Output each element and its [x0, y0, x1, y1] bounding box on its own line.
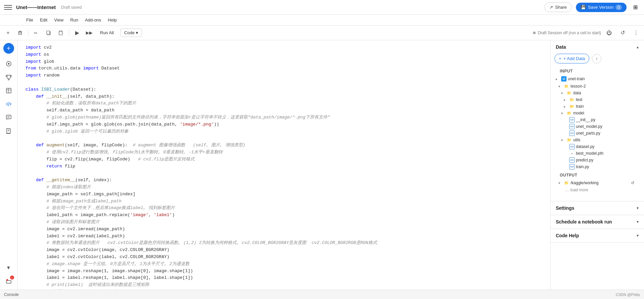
toolbar-divider-2	[69, 30, 69, 36]
menu-addons[interactable]: Add-ons	[82, 16, 104, 24]
tree-test-item[interactable]: ▸ 📁 test	[556, 96, 639, 103]
menu-file[interactable]: File	[23, 16, 37, 24]
add-data-button[interactable]: + + Add Data	[554, 54, 589, 63]
tree-data-item[interactable]: ▾ 📁 data	[556, 90, 639, 96]
tree-model-folder-icon: 📁	[567, 110, 572, 116]
tree-unet-parts-label: unet_parts.py	[576, 131, 600, 136]
more-options-button[interactable]: ⋮	[631, 28, 641, 38]
upload-button[interactable]: ↑	[592, 54, 601, 63]
refresh-button[interactable]: ↺	[617, 28, 628, 38]
cut-button[interactable]: ✂	[31, 28, 42, 38]
tree-predict-label: predict.py	[576, 158, 593, 162]
input-section-label: Input	[554, 66, 640, 75]
tree-train-py-icon: <>	[569, 164, 575, 169]
code-help-section-header[interactable]: Code Help ▾	[550, 229, 644, 242]
add-section-button[interactable]: +	[3, 43, 14, 54]
tree-model-arrow: ▾	[561, 111, 565, 115]
menu-edit[interactable]: Edit	[37, 16, 51, 24]
share-button[interactable]: ↗ Share	[544, 2, 572, 12]
bottom-bar: Console CSDN @Philip	[0, 290, 644, 299]
svg-rect-14	[6, 88, 11, 93]
data-section-chevron: ▴	[637, 45, 639, 49]
tree-unet-parts-item[interactable]: ▸ <> unet_parts.py	[556, 130, 639, 137]
tree-predict-item[interactable]: ▸ <> predict.py	[556, 157, 639, 163]
tree-test-arrow: ▸	[564, 98, 568, 102]
svg-rect-1	[19, 31, 21, 31]
sidebar-nav-icon[interactable]	[3, 58, 15, 70]
share-icon: ↗	[549, 5, 553, 10]
hamburger-menu[interactable]	[4, 3, 12, 11]
sidebar-comment-icon[interactable]	[3, 111, 15, 123]
tree-root-item[interactable]: ▸ U unet-train	[556, 75, 639, 83]
tree-init-item[interactable]: ▸ <> __init__.py	[556, 116, 639, 123]
paste-button[interactable]	[55, 28, 66, 38]
settings-section-title: Settings	[556, 205, 574, 211]
sidebar-expand-icon[interactable]: ▾	[3, 261, 15, 273]
code-help-chevron: ▾	[637, 233, 639, 238]
cell-type-dropdown[interactable]: Code ▾	[120, 29, 142, 37]
tree-train-py-label: train.py	[576, 164, 589, 169]
tree-init-label: __init__.py	[576, 117, 595, 122]
svg-rect-25	[6, 279, 8, 281]
tree-unet-model-item[interactable]: ▸ <> unet_model.py	[556, 123, 639, 130]
tree-data-arrow: ▾	[561, 91, 565, 95]
sidebar-trophy-icon[interactable]	[3, 71, 15, 83]
add-cell-button[interactable]: +	[3, 28, 13, 38]
main-content: + ▾ 1 import cv2 import os import glob f…	[0, 40, 644, 290]
tree-lesson2-item[interactable]: ▾ 📁 lesson-2	[556, 83, 639, 90]
status-dot-icon	[533, 32, 536, 34]
tree-utils-item[interactable]: ▾ 📁 utils	[556, 137, 639, 143]
code-content[interactable]: import cv2 import os import glob from to…	[25, 40, 542, 290]
panel-toggle-button[interactable]: ⊞	[631, 3, 640, 12]
sidebar-book-icon[interactable]	[3, 125, 15, 137]
run-all-cells-button[interactable]: ▶▶	[84, 28, 95, 38]
tree-lesson2-label: lesson-2	[571, 84, 586, 89]
schedule-section: Schedule a notebook run ▾	[550, 215, 644, 229]
tree-test-folder-icon: 📁	[569, 97, 575, 102]
menu-run[interactable]: Run	[67, 16, 82, 24]
data-section: Data ▴ + + Add Data ↑ Input ▸ U	[550, 40, 644, 201]
data-section-header[interactable]: Data ▴	[550, 40, 644, 54]
tree-root-label: unet-train	[568, 77, 585, 81]
code-help-section-title: Code Help	[556, 233, 579, 238]
sidebar-notification-icon[interactable]: 1	[3, 275, 15, 287]
run-cell-button[interactable]: ▶	[72, 28, 83, 38]
tree-unet-model-icon: <>	[569, 124, 575, 129]
session-status-text: Draft Session off (run a cell to start)	[538, 31, 601, 35]
tree-model-label: model	[573, 111, 584, 115]
save-version-button[interactable]: 💾 Save Version 0	[576, 3, 627, 12]
sidebar-code-icon[interactable]	[3, 98, 15, 110]
tree-best-model-item[interactable]: ▸ ▪ best_model.pth	[556, 150, 639, 157]
copy-button[interactable]	[43, 28, 54, 38]
tree-best-model-label: best_model.pth	[576, 151, 603, 156]
delete-cell-button[interactable]	[15, 28, 25, 38]
code-help-section: Code Help ▾	[550, 229, 644, 243]
console-label[interactable]: Console	[4, 292, 19, 297]
output-working-item[interactable]: ▾ 📁 /kaggle/working ↺	[558, 179, 636, 187]
tree-train-py-item[interactable]: ▸ <> train.py	[556, 163, 639, 170]
notebook-title: Unet——Internet	[16, 4, 56, 10]
schedule-section-header[interactable]: Schedule a notebook run ▾	[550, 215, 644, 229]
save-version-label: Save Version	[588, 5, 614, 10]
notification-badge-count: 1	[10, 276, 14, 280]
tree-model-item[interactable]: ▾ 📁 model	[556, 110, 639, 116]
tree-root-arrow: ▸	[556, 77, 560, 81]
output-refresh-button[interactable]: ↺	[629, 180, 636, 186]
power-button[interactable]: ⏻	[604, 28, 614, 38]
output-working-arrow: ▾	[558, 181, 562, 185]
session-status: Draft Session off (run a cell to start)	[533, 31, 601, 35]
left-sidebar: + ▾ 1	[0, 40, 17, 290]
tree-unet-parts-icon: <>	[569, 131, 575, 136]
tree-dataset-item[interactable]: ▸ <> dataset.py	[556, 143, 639, 150]
load-more-button[interactable]: … load more	[558, 187, 636, 193]
menu-view[interactable]: View	[51, 16, 67, 24]
settings-section-header[interactable]: Settings ▾	[550, 201, 644, 215]
tree-lesson2-folder-icon: 📁	[564, 84, 569, 89]
schedule-section-title: Schedule a notebook run	[556, 219, 612, 225]
menu-help[interactable]: Help	[105, 16, 120, 24]
code-editor[interactable]: import cv2 import os import glob from to…	[17, 40, 550, 290]
sidebar-table-icon[interactable]	[3, 85, 15, 97]
tree-train-item[interactable]: ▸ 📁 train	[556, 103, 639, 110]
run-all-label[interactable]: Run All	[96, 29, 118, 37]
share-label: Share	[555, 5, 567, 10]
